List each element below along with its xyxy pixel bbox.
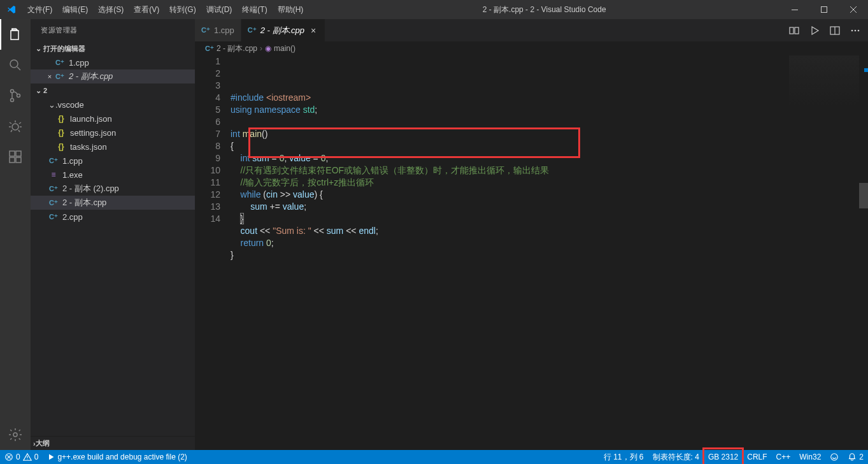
open-editor-item[interactable]: C⁺ 1.cpp xyxy=(31,55,195,69)
file-label: 1.exe xyxy=(62,170,83,180)
cpp-file-icon: C⁺ xyxy=(55,59,65,67)
open-editor-item[interactable]: × C⁺ 2 - 副本.cpp xyxy=(31,69,195,83)
editor-actions xyxy=(781,19,868,41)
workspace-header[interactable]: ⌄ 2 xyxy=(31,83,195,98)
close-icon[interactable]: × xyxy=(45,73,55,80)
svg-rect-0 xyxy=(792,10,798,10)
cpp-file-icon: C⁺ xyxy=(48,199,59,207)
file-item[interactable]: C⁺ 2 - 副本.cpp xyxy=(31,196,195,210)
svg-rect-8 xyxy=(10,157,15,163)
status-build-task[interactable]: g++.exe build and debug active file (2) xyxy=(43,450,191,464)
activity-settings[interactable] xyxy=(0,419,31,450)
status-notifications[interactable]: 2 xyxy=(843,450,868,464)
cpp-file-icon: C⁺ xyxy=(248,26,257,34)
status-cursor[interactable]: 行 11，列 6 xyxy=(599,450,648,464)
status-eol[interactable]: CRLF xyxy=(743,450,771,464)
maximize-button[interactable] xyxy=(809,0,839,19)
menu-terminal[interactable]: 终端(T) xyxy=(237,0,272,19)
code-editor[interactable]: 1234567891011121314 #include <iostream>u… xyxy=(195,55,868,450)
svg-rect-9 xyxy=(16,157,21,163)
svg-rect-7 xyxy=(10,151,15,156)
file-label: launch.json xyxy=(70,114,112,124)
file-label: 2 - 副本 (2).cpp xyxy=(62,183,119,194)
cpp-file-icon: C⁺ xyxy=(48,185,59,193)
file-item[interactable]: ≡ 1.exe xyxy=(31,168,195,182)
status-encoding[interactable]: GB 2312 xyxy=(704,450,743,464)
menu-selection[interactable]: 选择(S) xyxy=(93,0,129,19)
open-editors-label: 打开的编辑器 xyxy=(43,44,85,54)
status-language[interactable]: C++ xyxy=(772,450,795,464)
menu-debug[interactable]: 调试(D) xyxy=(201,0,238,19)
file-item[interactable]: {} tasks.json xyxy=(31,140,195,154)
outline-header[interactable]: › 大纲 xyxy=(31,436,195,450)
file-item[interactable]: C⁺ 2 - 副本 (2).cpp xyxy=(31,182,195,196)
status-problems[interactable]: 0 0 xyxy=(0,450,43,464)
json-file-icon: {} xyxy=(56,128,66,137)
file-label: 2 - 副本.cpp xyxy=(62,197,106,208)
placeholder-icon xyxy=(45,59,55,66)
menu-file[interactable]: 文件(F) xyxy=(22,0,57,19)
folder-item[interactable]: ⌄ .vscode xyxy=(31,98,195,112)
file-item[interactable]: {} launch.json xyxy=(31,112,195,126)
overview-mark xyxy=(859,183,868,208)
editor-tab[interactable]: C⁺ 1.cpp xyxy=(195,19,241,41)
minimap[interactable] xyxy=(789,55,859,106)
file-item[interactable]: C⁺ 1.cpp xyxy=(31,154,195,168)
svg-point-2 xyxy=(10,60,18,68)
breadcrumb-file[interactable]: 2 - 副本.cpp xyxy=(217,43,257,54)
cpp-file-icon: C⁺ xyxy=(48,157,59,165)
code-content[interactable]: #include <iostream>using namespace std;i… xyxy=(231,55,868,450)
menu-view[interactable]: 查看(V) xyxy=(129,0,164,19)
svg-rect-10 xyxy=(16,151,21,156)
breadcrumb-symbol[interactable]: main() xyxy=(274,44,295,53)
menu-go[interactable]: 转到(G) xyxy=(164,0,201,19)
close-button[interactable] xyxy=(839,0,868,19)
status-platform[interactable]: Win32 xyxy=(795,450,825,464)
file-label: 2.cpp xyxy=(62,212,83,222)
error-count: 0 xyxy=(16,453,20,461)
breadcrumbs[interactable]: C⁺ 2 - 副本.cpp › ◉ main() xyxy=(195,41,868,55)
svg-point-16 xyxy=(855,29,857,31)
exe-file-icon: ≡ xyxy=(48,170,59,179)
window-title: 2 - 副本.cpp - 2 - Visual Studio Code xyxy=(308,4,780,15)
status-feedback[interactable] xyxy=(825,450,843,464)
tab-label: 1.cpp xyxy=(214,25,234,35)
file-item[interactable]: {} settings.json xyxy=(31,126,195,140)
overview-mark xyxy=(864,68,868,72)
editor-group: C⁺ 1.cpp C⁺ 2 - 副本.cpp × C⁺ 2 - 副本.cpp ›… xyxy=(195,19,868,450)
chevron-down-icon: ⌄ xyxy=(48,100,55,110)
open-editor-label: 1.cpp xyxy=(69,58,89,68)
menu-help[interactable]: 帮助(H) xyxy=(273,0,309,19)
svg-point-3 xyxy=(11,90,14,93)
activity-search[interactable] xyxy=(0,50,31,80)
file-label: tasks.json xyxy=(70,142,107,152)
activity-bar xyxy=(0,19,31,450)
explorer-sidebar: 资源管理器 ⌄ 打开的编辑器 C⁺ 1.cpp × C⁺ 2 - 副本.cpp … xyxy=(31,19,195,450)
compare-icon[interactable] xyxy=(789,25,799,36)
open-editors-header[interactable]: ⌄ 打开的编辑器 xyxy=(31,41,195,55)
activity-debug[interactable] xyxy=(0,111,31,141)
more-icon[interactable] xyxy=(850,25,860,36)
activity-extensions[interactable] xyxy=(0,141,31,172)
svg-point-11 xyxy=(13,433,17,437)
activity-scm[interactable] xyxy=(0,80,31,111)
chevron-down-icon: ⌄ xyxy=(33,87,43,95)
editor-tab[interactable]: C⁺ 2 - 副本.cpp × xyxy=(241,19,325,41)
status-tabsize[interactable]: 制表符长度: 4 xyxy=(648,450,704,464)
svg-point-5 xyxy=(17,94,20,98)
activity-explorer[interactable] xyxy=(0,19,31,50)
svg-rect-1 xyxy=(822,7,827,13)
folder-label: .vscode xyxy=(55,100,84,110)
cpp-file-icon: C⁺ xyxy=(205,45,214,53)
svg-point-6 xyxy=(12,124,18,130)
file-item[interactable]: C⁺ 2.cpp xyxy=(31,210,195,224)
chevron-right-icon: › xyxy=(260,44,262,53)
minimize-button[interactable] xyxy=(780,0,809,19)
run-icon[interactable] xyxy=(809,25,820,36)
split-editor-icon[interactable] xyxy=(830,25,840,36)
cpp-file-icon: C⁺ xyxy=(55,73,65,81)
vertical-scrollbar[interactable] xyxy=(859,55,868,450)
menu-edit[interactable]: 编辑(E) xyxy=(57,0,93,19)
tab-label: 2 - 副本.cpp xyxy=(260,25,304,36)
close-icon[interactable]: × xyxy=(308,25,318,36)
